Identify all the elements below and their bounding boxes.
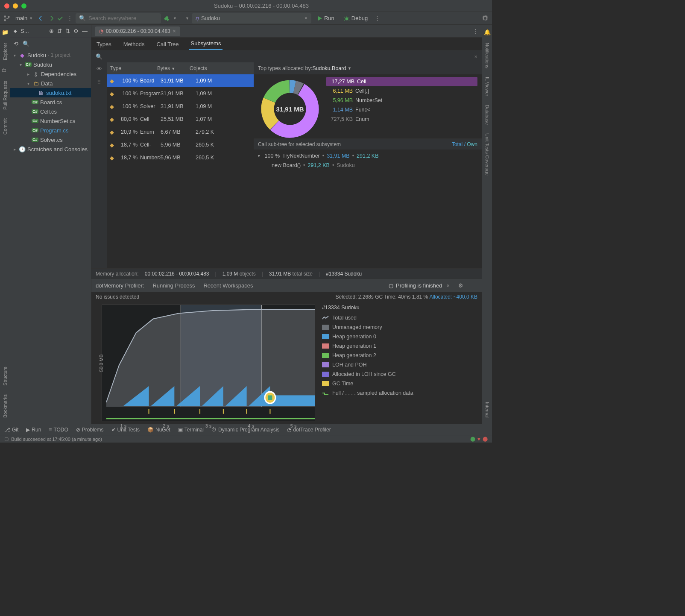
- total-own-toggle[interactable]: Total / Own: [452, 141, 477, 147]
- legend-row[interactable]: 1,14 MB Func<: [326, 105, 477, 114]
- tree-file[interactable]: C#NumberSet.cs: [10, 116, 91, 126]
- profiling-status[interactable]: ◴ Profiling is finished ×: [389, 282, 450, 289]
- subtab-types[interactable]: Types: [95, 38, 113, 50]
- search-icon[interactable]: 🔍: [23, 41, 29, 47]
- search-icon[interactable]: 🔍: [96, 53, 102, 60]
- table-row[interactable]: ◆ 18,7 % Cell- 5,96 MB 260,5 K: [107, 138, 254, 151]
- error-indicator-icon[interactable]: ⬤: [483, 436, 488, 442]
- table-row[interactable]: ◆ 100 % Solver 31,91 MB 1,09 M: [107, 100, 254, 113]
- col-type[interactable]: Type: [107, 65, 154, 71]
- bt-problems[interactable]: ⊘ Problems: [76, 427, 104, 433]
- tree-file[interactable]: C#Solver.cs: [10, 135, 91, 144]
- chart-legend-row[interactable]: Full / . . . . sampled allocation data: [322, 388, 477, 398]
- strip-il-viewer[interactable]: IL Viewer: [484, 73, 491, 100]
- bell-icon[interactable]: 🔔: [484, 29, 491, 36]
- tree-scratches[interactable]: ▸ 🕓 Scratches and Consoles: [10, 144, 91, 154]
- chart-legend-row[interactable]: LOH and POH: [322, 360, 477, 370]
- tree-file-sudoku-txt[interactable]: 🗎 sudoku.txt: [10, 88, 91, 97]
- build-icon[interactable]: [164, 15, 170, 22]
- settings-gear-icon[interactable]: [482, 15, 489, 22]
- subtree-row[interactable]: new Board() • 291,2 KB • Sudoku: [258, 161, 477, 170]
- update-project-icon[interactable]: [38, 15, 45, 22]
- drag-icon[interactable]: ⠿: [97, 79, 101, 85]
- editor-tab[interactable]: ◔ 00:00:02.216 - 00:00:04.483 ×: [95, 26, 180, 36]
- more-actions-icon[interactable]: ⋮: [374, 15, 381, 22]
- minimize-window-button[interactable]: [13, 3, 18, 9]
- chart-legend-row[interactable]: Allocated in LOH since GC: [322, 370, 477, 379]
- bt-git[interactable]: ⎇ Git: [4, 427, 18, 433]
- more-vcs-icon[interactable]: ⋮: [66, 15, 73, 22]
- subtab-methods[interactable]: Methods: [122, 38, 146, 50]
- folder-icon[interactable]: 🗀: [2, 67, 9, 74]
- subtab-call-tree[interactable]: Call Tree: [155, 38, 181, 50]
- chart-legend-row[interactable]: Heap generation 1: [322, 341, 477, 351]
- chevron-down-icon[interactable]: ▼: [173, 16, 177, 21]
- settings-icon[interactable]: ⚙: [458, 282, 463, 289]
- tab-recent-workspaces[interactable]: Recent Workspaces: [203, 282, 253, 289]
- minimize-icon[interactable]: —: [472, 282, 477, 289]
- subtree-row[interactable]: ▾ 100 % TryNextNumber • 31,91 MB • 291,2…: [258, 151, 477, 161]
- close-icon[interactable]: ×: [446, 282, 450, 289]
- tree-dependencies[interactable]: ▸ ⚷ Dependencies: [10, 69, 91, 79]
- subtab-subsystems[interactable]: Subsystems: [189, 38, 223, 50]
- target-icon[interactable]: ⊕: [49, 28, 54, 34]
- memory-timeline-chart[interactable]: 50,0 MB: [102, 305, 315, 421]
- run-button[interactable]: Run: [314, 14, 338, 22]
- ok-indicator-icon[interactable]: ⬤: [470, 436, 475, 442]
- settings-icon[interactable]: ⚙: [73, 28, 79, 34]
- strip-bookmarks[interactable]: Bookmarks: [2, 391, 9, 421]
- tree-solution[interactable]: ▾ ◆ Sudoku · 1 project: [10, 50, 91, 60]
- close-window-button[interactable]: [4, 3, 9, 9]
- run-configuration-selector[interactable]: ƞ Sudoku ▼: [192, 13, 311, 23]
- table-row[interactable]: ◆ 100 % Board 31,91 MB 1,09 M: [107, 74, 254, 87]
- solution-tree[interactable]: ▾ ◆ Sudoku · 1 project ▾ C# Sudoku ▸ ⚷ D…: [10, 50, 91, 424]
- tree-file[interactable]: C#Board.cs: [10, 97, 91, 107]
- table-row[interactable]: ◆ 100 % Program 31,91 MB 1,09 M: [107, 87, 254, 100]
- close-icon[interactable]: ×: [474, 53, 477, 60]
- tree-file[interactable]: C#Program.cs: [10, 126, 91, 135]
- project-icon[interactable]: 📁: [2, 29, 9, 36]
- table-row[interactable]: ◆ 80,0 % Cell 25,51 MB 1,07 M: [107, 113, 254, 126]
- commit-icon[interactable]: [47, 15, 54, 22]
- close-tab-icon[interactable]: ×: [173, 28, 176, 34]
- tab-overflow-icon[interactable]: ⋮: [473, 28, 478, 34]
- minimize-icon[interactable]: —: [82, 28, 88, 34]
- chart-legend-row[interactable]: Total used: [322, 313, 477, 323]
- strip-explorer[interactable]: Explorer: [2, 39, 9, 64]
- legend-row[interactable]: 17,27 MB Cell: [326, 77, 477, 86]
- collapse-all-icon[interactable]: ⇅: [65, 28, 70, 34]
- donut-chart[interactable]: 31,91 MB: [258, 77, 322, 138]
- checkmark-icon[interactable]: [57, 15, 64, 22]
- strip-pull-requests[interactable]: Pull Requests: [2, 77, 9, 113]
- tab-running-process[interactable]: Running Process: [152, 282, 195, 289]
- statusbar-icon[interactable]: ▢: [4, 436, 9, 442]
- eye-icon[interactable]: 👁: [97, 66, 102, 72]
- tree-data-folder[interactable]: ▾ 🗀 Data: [10, 79, 91, 88]
- chevron-down-icon[interactable]: ▼: [348, 66, 351, 70]
- strip-notifications[interactable]: Notifications: [484, 39, 491, 72]
- strip-internal[interactable]: Internal: [484, 399, 491, 421]
- chart-legend-row[interactable]: Heap generation 0: [322, 332, 477, 341]
- expand-all-icon[interactable]: ⇵: [57, 28, 62, 34]
- sync-icon[interactable]: ⟲: [14, 41, 18, 47]
- chart-legend-row[interactable]: Heap generation 2: [322, 351, 477, 360]
- legend-row[interactable]: 6,11 MB Cell[,]: [326, 86, 477, 96]
- strip-database[interactable]: Database: [484, 101, 491, 128]
- legend-row[interactable]: 5,96 MB NumberSet: [326, 96, 477, 105]
- table-row[interactable]: ◆ 20,9 % Enum 6,67 MB 279,2 K: [107, 126, 254, 138]
- bt-todo[interactable]: ≡ TODO: [49, 427, 68, 433]
- tree-file[interactable]: C#Cell.cs: [10, 107, 91, 116]
- bt-run[interactable]: ▶ Run: [26, 427, 41, 433]
- collapse-icon[interactable]: ◆: [14, 29, 17, 33]
- strip-unit-tests-coverage[interactable]: Unit Tests Coverage: [484, 130, 491, 179]
- col-bytes[interactable]: Bytes ▼: [154, 65, 186, 71]
- search-everywhere[interactable]: 🔍 Search everywhere: [76, 13, 161, 23]
- strip-structure[interactable]: Structure: [2, 363, 9, 389]
- chart-legend-row[interactable]: Unmanaged memory: [322, 323, 477, 332]
- strip-commit[interactable]: Commit: [2, 115, 9, 138]
- debug-button[interactable]: Debug: [340, 14, 371, 22]
- maximize-window-button[interactable]: [21, 3, 26, 9]
- legend-row[interactable]: 727,5 KB Enum: [326, 114, 477, 124]
- warning-indicator-icon[interactable]: ▼: [477, 437, 481, 442]
- tree-project[interactable]: ▾ C# Sudoku: [10, 60, 91, 69]
